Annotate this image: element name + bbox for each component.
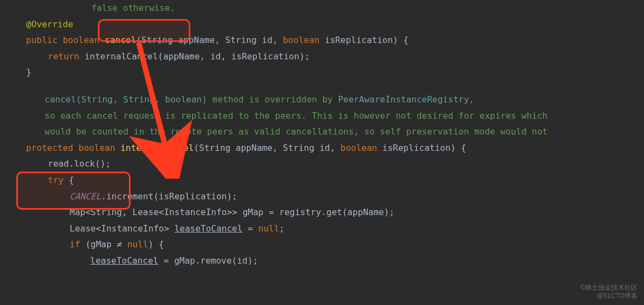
method-signature-cancel: public boolean cancel(String appName, St… — [4, 32, 644, 48]
watermark: ©稀土掘金技术社区 @51CTO博客 — [580, 284, 637, 301]
assign-line: leaseToCancel = gMap.remove(id); — [4, 253, 644, 269]
doc-line-3: would be counted in the remote peers as … — [4, 124, 644, 140]
doc-line-1: cancel(String, String, boolean) method i… — [4, 91, 644, 108]
method-signature-internalcancel: protected boolean internalCancel(String … — [4, 140, 644, 156]
if-line: if (gMap ≠ null) { — [4, 236, 644, 253]
code-editor[interactable]: false otherwise. @Override public boolea… — [4, 0, 644, 269]
cancel-increment-line: CANCEL.increment(isReplication); — [4, 188, 644, 205]
return-line: return internalCancel(appName, id, isRep… — [4, 48, 644, 65]
try-line: try { — [4, 172, 644, 188]
doc-fragment: false otherwise. — [4, 0, 644, 16]
brace-close: } — [4, 64, 644, 81]
map-decl-line: Map<String, Lease<InstanceInfo>> gMap = … — [4, 204, 644, 221]
annotation-line: @Override — [4, 16, 644, 33]
doc-line-2: so each cancel request is replicated to … — [4, 108, 644, 124]
lease-decl-line: Lease<InstanceInfo> leaseToCancel = null… — [4, 221, 644, 237]
read-lock-line: read.lock(); — [4, 156, 644, 172]
